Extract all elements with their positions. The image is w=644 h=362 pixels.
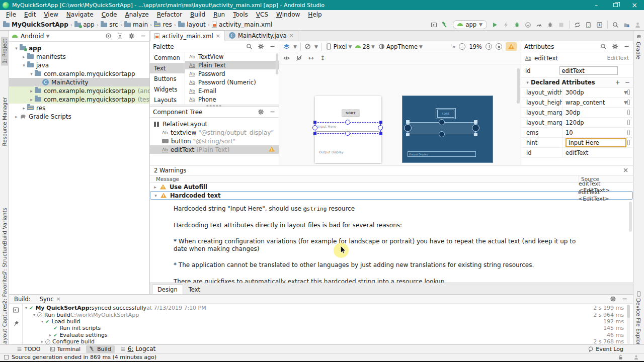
- tree-item-package-androidtest[interactable]: com.example.myquicksortapp (androidTest): [9, 86, 149, 95]
- tool-button-terminal[interactable]: Terminal: [46, 345, 85, 353]
- profile-avatar-icon[interactable]: [634, 22, 641, 28]
- attribute-value[interactable]: wrap_content▼: [562, 98, 627, 107]
- selection-handle[interactable]: [345, 120, 350, 125]
- expand-arrow-icon[interactable]: [13, 114, 20, 119]
- hide-panel-icon[interactable]: [140, 33, 146, 39]
- device-select[interactable]: Pixel▼: [326, 43, 352, 50]
- close-button[interactable]: ×: [625, 0, 644, 10]
- pin-icon[interactable]: [13, 320, 19, 327]
- chevron-down-icon[interactable]: ▼: [624, 100, 627, 105]
- selection-handle[interactable]: [472, 124, 479, 132]
- minimize-button[interactable]: –: [587, 0, 606, 10]
- expand-arrow-icon[interactable]: [39, 319, 45, 324]
- tool-button-build-variants[interactable]: Build Variants: [2, 208, 8, 244]
- tab-mainactivity-java[interactable]: MainActivity.java ×: [225, 30, 298, 41]
- palette-category-common[interactable]: Common: [150, 52, 185, 63]
- tree-item-package-test[interactable]: com.example.myquicksortapp (test): [9, 95, 149, 104]
- project-structure-icon[interactable]: [623, 22, 630, 28]
- expand-arrow-icon[interactable]: [21, 106, 27, 111]
- tree-item-manifests[interactable]: manifests: [9, 52, 149, 61]
- expand-arrow-icon[interactable]: [47, 333, 53, 337]
- profiler-icon[interactable]: [536, 22, 542, 28]
- palette-item-password[interactable]: Password: [185, 69, 279, 78]
- palette-item-plain-text[interactable]: Plain Text: [185, 61, 279, 69]
- breadcrumb-layout[interactable]: layout: [178, 21, 205, 28]
- selection-handle[interactable]: [313, 132, 316, 135]
- selection-handle[interactable]: [404, 124, 412, 132]
- avd-manager-icon[interactable]: [585, 22, 592, 28]
- attribute-value[interactable]: 10: [562, 128, 627, 137]
- palette-item-phone[interactable]: Phone: [185, 95, 279, 104]
- design-mode-icon[interactable]: [283, 43, 290, 50]
- menu-vcs[interactable]: VCS: [252, 11, 272, 18]
- blueprint-preview[interactable]: SORT Output Display: [402, 96, 493, 163]
- menu-analyze[interactable]: Analyze: [121, 11, 152, 18]
- remove-attribute-icon[interactable]: −: [625, 79, 630, 86]
- attach-debugger-icon[interactable]: [525, 22, 531, 28]
- menu-code[interactable]: Code: [98, 11, 121, 18]
- tool-button-structure[interactable]: 7: Structure: [2, 243, 8, 274]
- resource-picker-icon[interactable]: [627, 89, 630, 95]
- zoom-to-fit-button[interactable]: [496, 43, 502, 50]
- breadcrumb-app[interactable]: app: [74, 21, 95, 28]
- resource-picker-icon[interactable]: [627, 120, 630, 125]
- default-margins-icon[interactable]: ↔: [308, 54, 314, 62]
- menu-run[interactable]: Run: [209, 11, 229, 18]
- show-warnings-toggle[interactable]: [506, 42, 517, 51]
- tab-text[interactable]: Text: [183, 285, 206, 294]
- menu-refactor[interactable]: Refactor: [153, 11, 186, 18]
- design-preview[interactable]: SORT Input Here Output Display: [315, 96, 381, 163]
- theme-select[interactable]: AppTheme▼: [378, 43, 423, 50]
- selection-handle[interactable]: [312, 125, 317, 130]
- menu-navigate[interactable]: Navigate: [62, 11, 98, 18]
- attribute-value[interactable]: 300dp▼: [562, 87, 627, 97]
- tool-button-resource-manager[interactable]: Resource Manager: [2, 97, 8, 146]
- gradle-sync-icon[interactable]: [574, 22, 581, 28]
- apply-changes-icon[interactable]: [503, 22, 509, 28]
- tool-button-todo[interactable]: TODO: [13, 345, 44, 353]
- gear-icon[interactable]: [610, 296, 616, 302]
- tool-button-logcat[interactable]: 6: Logcat: [117, 345, 159, 353]
- overflow-chevrons-icon[interactable]: »: [452, 43, 455, 50]
- view-options-eye-icon[interactable]: [283, 55, 290, 61]
- resource-picker-icon[interactable]: [627, 130, 630, 135]
- menu-help[interactable]: Help: [304, 11, 326, 18]
- palette-category-widgets[interactable]: Widgets: [150, 84, 185, 95]
- tab-design[interactable]: Design: [152, 285, 183, 294]
- add-attribute-icon[interactable]: +: [615, 79, 620, 86]
- zoom-out-button[interactable]: [459, 43, 465, 50]
- expand-arrow-icon[interactable]: [39, 339, 45, 344]
- attribute-value[interactable]: 30dp: [562, 108, 627, 117]
- menu-edit[interactable]: Edit: [20, 11, 40, 18]
- selection-handle[interactable]: [406, 120, 410, 124]
- tree-item-java[interactable]: java: [9, 61, 149, 69]
- indexing-person-icon[interactable]: [633, 354, 639, 360]
- gear-icon[interactable]: [612, 43, 618, 50]
- search-everywhere-icon[interactable]: [612, 22, 619, 28]
- expand-arrow-icon[interactable]: [21, 54, 27, 59]
- expand-arrow-icon[interactable]: [28, 97, 35, 102]
- palette-category-layouts[interactable]: Layouts: [150, 95, 185, 105]
- build-row-synced[interactable]: ✔ My QuickSortApp: synced successfully a…: [23, 305, 624, 311]
- tree-item-res[interactable]: res: [9, 104, 149, 112]
- tab-sync[interactable]: Sync ×: [40, 296, 61, 303]
- resource-picker-icon[interactable]: [627, 110, 630, 115]
- build-row-run-init-scripts[interactable]: ✔ Run init scripts 145 ms: [23, 325, 624, 331]
- selection-handle[interactable]: [439, 131, 445, 137]
- build-row-run-build[interactable]: Run build C:\work\MyQuickSortApp 2 s 964…: [23, 311, 624, 318]
- tree-item-package[interactable]: com.example.myquicksortapp: [9, 69, 149, 78]
- selection-handle[interactable]: [313, 121, 316, 124]
- declared-attributes-section[interactable]: Declared Attributes + −: [521, 77, 633, 87]
- orientation-icon[interactable]: [304, 43, 311, 50]
- tool-button-device-file-explorer[interactable]: Device File Explorer: [635, 298, 641, 350]
- hide-panel-icon[interactable]: [269, 109, 276, 115]
- debug-icon[interactable]: [514, 22, 520, 28]
- component-textview[interactable]: textview "@string/output_display": [150, 128, 279, 137]
- pan-vertical-icon[interactable]: ↕: [320, 54, 326, 62]
- attribute-value[interactable]: 120dp: [562, 118, 627, 127]
- chevron-down-icon[interactable]: ▼: [624, 90, 627, 95]
- selection-handle[interactable]: [474, 133, 477, 136]
- hide-panel-icon[interactable]: [621, 296, 628, 302]
- menu-file[interactable]: File: [2, 11, 20, 18]
- expand-arrow-icon[interactable]: [13, 46, 20, 51]
